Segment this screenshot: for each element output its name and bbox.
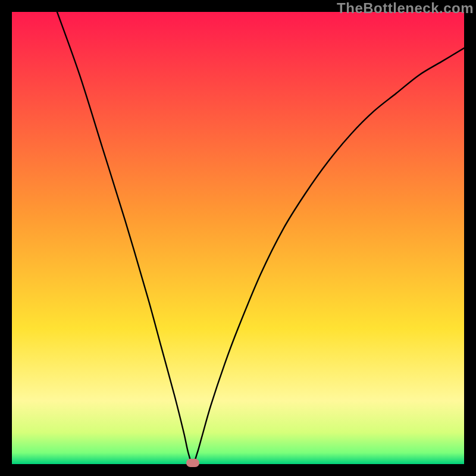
bottleneck-chart [12, 12, 464, 464]
chart-background [12, 12, 464, 464]
chart-frame [12, 12, 464, 464]
minimum-marker [186, 459, 199, 467]
watermark-text: TheBottleneck.com [337, 0, 474, 17]
